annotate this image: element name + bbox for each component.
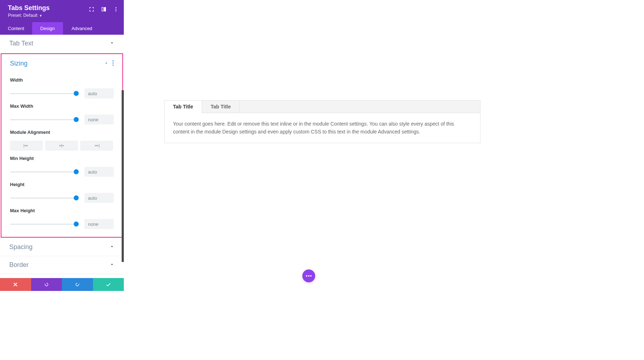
preview-tab-1[interactable]: Tab Title: [165, 101, 202, 113]
accordion-box-shadow[interactable]: Box Shadow: [0, 274, 124, 278]
control-width: Width: [10, 77, 114, 98]
svg-point-2: [116, 10, 117, 11]
tab-content[interactable]: Content: [0, 22, 32, 35]
tabs-nav: Tab Title Tab Title: [165, 101, 480, 113]
chevron-down-icon: [109, 40, 114, 47]
settings-panel: Tabs Settings Preset: Default ▼ Content …: [0, 0, 124, 291]
svg-rect-11: [99, 144, 99, 148]
svg-point-3: [112, 60, 113, 61]
tabs-content[interactable]: Your content goes here. Edit or remove t…: [165, 113, 480, 143]
svg-point-0: [116, 7, 117, 8]
max-height-slider[interactable]: [10, 221, 77, 227]
expand-icon[interactable]: [89, 6, 94, 14]
slider-thumb[interactable]: [74, 117, 79, 122]
chevron-up-icon: [104, 60, 109, 67]
svg-point-15: [310, 275, 312, 277]
panel-body[interactable]: Tab Text Sizing Width: [0, 35, 124, 278]
panel-tabbar: Content Design Advanced: [0, 22, 124, 35]
tab-design[interactable]: Design: [32, 22, 63, 35]
cancel-button[interactable]: [0, 278, 31, 291]
svg-rect-12: [95, 145, 98, 146]
height-slider[interactable]: [10, 195, 77, 201]
control-max-height: Max Height: [10, 208, 114, 229]
panel-header: Tabs Settings Preset: Default ▼: [0, 0, 124, 22]
svg-rect-10: [62, 145, 64, 146]
save-button[interactable]: [93, 278, 124, 291]
accordion-spacing[interactable]: Spacing: [0, 238, 124, 256]
max-width-slider[interactable]: [10, 117, 77, 122]
accordion-sizing: Sizing Width: [1, 53, 123, 238]
svg-rect-7: [25, 145, 28, 146]
align-center-button[interactable]: [45, 141, 78, 151]
align-left-button[interactable]: [10, 141, 43, 151]
min-height-slider[interactable]: [10, 169, 77, 175]
svg-point-13: [306, 275, 307, 277]
control-min-height: Min Height: [10, 156, 114, 177]
slider-thumb[interactable]: [74, 222, 79, 227]
chevron-down-icon: [109, 244, 114, 250]
slider-thumb[interactable]: [74, 169, 79, 174]
tab-advanced[interactable]: Advanced: [63, 22, 101, 35]
preview-canvas: Tab Title Tab Title Your content goes he…: [124, 0, 521, 291]
undo-button[interactable]: [31, 278, 62, 291]
svg-rect-6: [24, 144, 24, 148]
svg-point-5: [112, 64, 113, 65]
accordion-border[interactable]: Border: [0, 256, 124, 274]
svg-rect-9: [59, 145, 61, 146]
slider-thumb[interactable]: [74, 195, 79, 200]
fab-more-button[interactable]: [302, 269, 315, 282]
svg-point-14: [308, 275, 309, 277]
width-input[interactable]: [84, 88, 114, 98]
svg-point-1: [116, 9, 117, 10]
section-more-icon[interactable]: [112, 60, 114, 67]
svg-point-4: [112, 62, 113, 63]
max-width-input[interactable]: [84, 115, 114, 125]
columns-icon[interactable]: [101, 6, 107, 14]
chevron-down-icon: [109, 262, 114, 268]
caret-down-icon: ▼: [39, 14, 42, 18]
more-icon[interactable]: [113, 6, 119, 14]
slider-thumb[interactable]: [74, 91, 79, 96]
preview-tab-2[interactable]: Tab Title: [202, 101, 240, 113]
max-height-input[interactable]: [84, 219, 114, 229]
control-max-width: Max Width: [10, 103, 114, 125]
width-slider[interactable]: [10, 91, 77, 96]
control-height: Height: [10, 182, 114, 203]
panel-footer: [0, 278, 124, 291]
height-input[interactable]: [84, 193, 114, 203]
min-height-input[interactable]: [84, 167, 114, 177]
redo-button[interactable]: [62, 278, 93, 291]
svg-rect-8: [61, 144, 62, 148]
control-alignment: Module Alignment: [10, 130, 114, 151]
accordion-tab-text[interactable]: Tab Text: [0, 35, 124, 53]
align-right-button[interactable]: [80, 141, 113, 151]
preset-selector[interactable]: Preset: Default ▼: [8, 13, 116, 18]
tabs-module: Tab Title Tab Title Your content goes he…: [164, 100, 480, 143]
